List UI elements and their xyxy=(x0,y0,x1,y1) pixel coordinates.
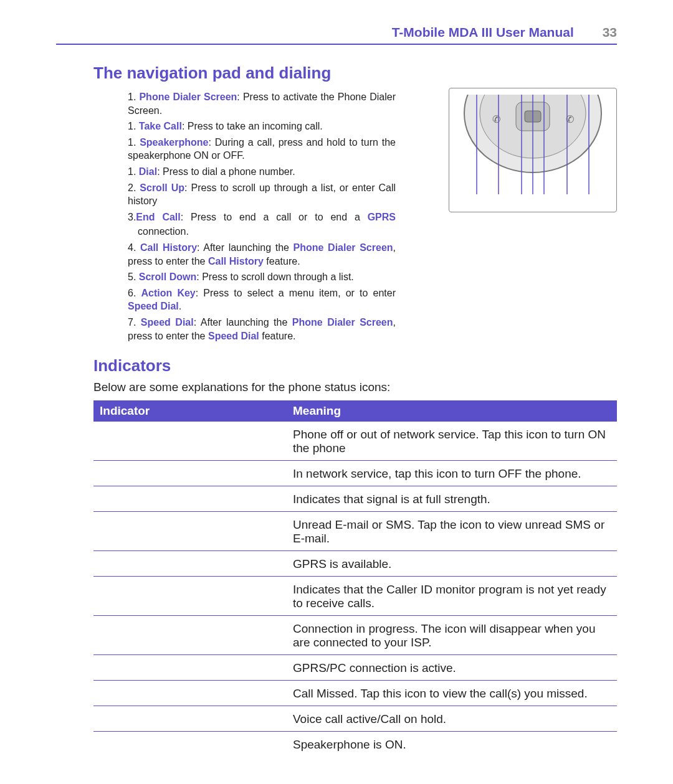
indicators-table: Indicator Meaning Phone off or out of ne… xyxy=(93,400,617,757)
table-row: Unread E-mail or SMS. Tap the icon to vi… xyxy=(93,512,617,551)
page-header: T-Mobile MDA III User Manual 33 xyxy=(56,25,617,44)
nav-pad-svg: ✆ ✆ xyxy=(455,95,611,204)
header-rule xyxy=(56,44,617,45)
table-row: In network service, tap this icon to tur… xyxy=(93,461,617,486)
th-indicator: Indicator xyxy=(93,400,287,422)
table-row: Speakerphone is ON. xyxy=(93,732,617,757)
nav-item: 1. Speakerphone: During a call, press an… xyxy=(128,136,396,163)
nav-item: connection. xyxy=(128,225,396,239)
nav-item: 1. Take Call: Press to take an incoming … xyxy=(128,120,396,133)
page-number: 33 xyxy=(603,25,617,39)
nav-item: 7. Speed Dial: After launching the Phone… xyxy=(128,316,396,342)
nav-item: 2. Scroll Up: Press to scroll up through… xyxy=(128,181,396,208)
call-icon: ✆ xyxy=(492,114,500,125)
table-row: Voice call active/Call on hold. xyxy=(93,706,617,732)
table-row: GPRS/PC connection is active. xyxy=(93,655,617,681)
nav-item: 6. Action Key: Press to select a menu it… xyxy=(128,286,396,313)
table-row: Phone off or out of network service. Tap… xyxy=(93,422,617,461)
table-row: Call Missed. Tap this icon to view the c… xyxy=(93,681,617,706)
table-row: GPRS is available. xyxy=(93,551,617,577)
section-title-nav: The navigation pad and dialing xyxy=(93,64,617,83)
section-title-indicators: Indicators xyxy=(93,356,617,375)
nav-block: 1. Phone Dialer Screen: Press to activat… xyxy=(128,88,617,345)
nav-item: 5. Scroll Down: Press to scroll down thr… xyxy=(128,270,396,284)
nav-item: 3.End Call: Press to end a call or to en… xyxy=(128,210,396,224)
manual-page: T-Mobile MDA III User Manual 33 The navi… xyxy=(0,0,673,784)
indicators-intro: Below are some explanations for the phon… xyxy=(93,380,617,394)
th-meaning: Meaning xyxy=(287,400,617,422)
nav-pad-diagram: ✆ ✆ xyxy=(449,88,617,212)
table-row: Connection in progress. The icon will di… xyxy=(93,616,617,655)
nav-item: 1. Phone Dialer Screen: Press to activat… xyxy=(128,90,396,117)
nav-item: 4. Call History: After launching the Pho… xyxy=(128,241,396,268)
nav-list: 1. Phone Dialer Screen: Press to activat… xyxy=(128,88,442,345)
header-title: T-Mobile MDA III User Manual xyxy=(392,25,574,39)
table-row: Indicates that signal is at full strengt… xyxy=(93,486,617,512)
nav-item: 1. Dial: Press to dial a phone number. xyxy=(128,165,396,179)
table-row: Indicates that the Caller ID monitor pro… xyxy=(93,577,617,616)
